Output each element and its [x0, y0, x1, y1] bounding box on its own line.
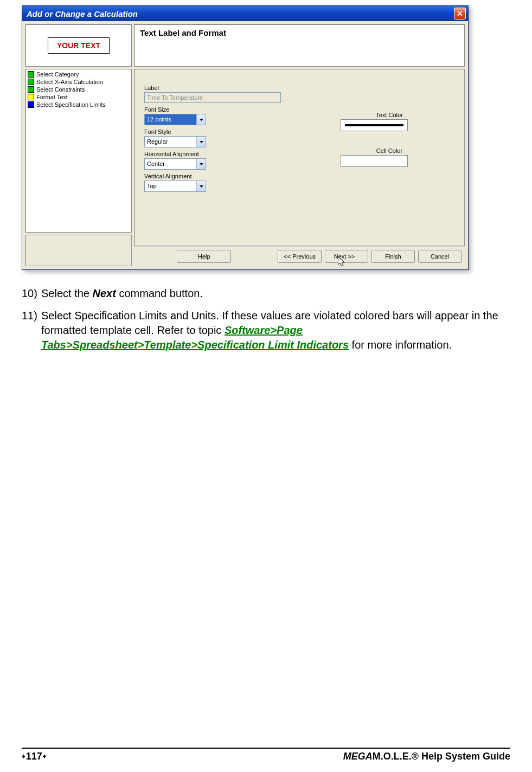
guide-title: M.O.L.E.® Help System Guide	[373, 751, 510, 762]
step-status-icon	[28, 86, 34, 93]
combo-value: Regular	[145, 137, 196, 147]
label-caption: Label	[144, 85, 454, 91]
combo-value: 12 points	[145, 114, 196, 125]
step-label: Format Text	[36, 94, 68, 100]
combo-value: Top	[145, 181, 196, 191]
valign-combo[interactable]: Top	[144, 181, 206, 192]
wizard-button-row: Help << Previous Next >> Finish Cancel	[134, 246, 465, 266]
instruction-list: 10) Select the Next command button. 11) …	[22, 286, 510, 352]
chevron-down-icon	[196, 181, 206, 191]
step-status-icon	[28, 94, 34, 100]
textcolor-caption: Text Color	[341, 112, 438, 118]
svg-marker-0	[200, 119, 203, 121]
step-label: Select Category	[36, 71, 79, 78]
step-number: 11)	[22, 308, 41, 352]
preview-cell: YOUR TEXT	[48, 37, 110, 54]
step-label: Select Specification Limits	[36, 101, 106, 108]
keyword: Next	[93, 287, 116, 299]
dialog-title: Add or Change a Calculation	[27, 9, 138, 18]
close-icon: ✕	[457, 9, 463, 18]
cancel-button[interactable]: Cancel	[418, 250, 462, 263]
page-number: 117	[26, 751, 42, 762]
page-footer: ♦ 117 ♦ MEGAM.O.L.E.® Help System Guide	[22, 748, 510, 762]
step-label: Select X-Axis Calculation	[36, 79, 103, 85]
combo-value: Center	[145, 159, 196, 169]
label-input[interactable]: Time To Temperature	[144, 92, 281, 103]
chevron-down-icon	[196, 114, 206, 125]
step-label: Select Constraints	[36, 86, 85, 93]
panel-heading: Text Label and Format	[134, 24, 465, 67]
guide-title-prefix: MEGA	[343, 751, 373, 762]
wizard-step[interactable]: Select X-Axis Calculation	[28, 78, 130, 86]
titlebar: Add or Change a Calculation ✕	[22, 6, 468, 21]
halign-combo[interactable]: Center	[144, 158, 206, 170]
wizard-step[interactable]: Select Constraints	[28, 86, 130, 93]
next-button[interactable]: Next >>	[325, 250, 368, 263]
color-sample-icon	[345, 124, 403, 126]
close-button[interactable]: ✕	[454, 8, 466, 20]
finish-button[interactable]: Finish	[371, 250, 415, 263]
format-form: Label Time To Temperature Font Size 12 p…	[134, 69, 465, 246]
diamond-icon: ♦	[43, 752, 47, 760]
chevron-down-icon	[196, 137, 206, 147]
hint-pane	[25, 235, 132, 266]
valign-caption: Vertical Alignment	[144, 173, 454, 179]
diamond-icon: ♦	[22, 752, 25, 760]
step-status-icon	[28, 71, 34, 78]
step-number: 10)	[22, 286, 41, 301]
wizard-step[interactable]: Select Specification Limits	[28, 101, 130, 108]
chevron-down-icon	[196, 159, 206, 169]
svg-marker-3	[200, 185, 203, 188]
cellcolor-caption: Cell Color	[341, 147, 438, 154]
dialog-window: Add or Change a Calculation ✕ YOUR TEXT …	[22, 5, 469, 270]
cellcolor-picker[interactable]	[341, 155, 408, 167]
preview-pane: YOUR TEXT	[25, 24, 132, 67]
step-status-icon	[28, 101, 34, 108]
fontsize-combo[interactable]: 12 points	[144, 114, 206, 125]
textcolor-picker[interactable]	[341, 119, 408, 131]
step-status-icon	[28, 79, 34, 85]
previous-button[interactable]: << Previous	[278, 250, 322, 263]
help-button[interactable]: Help	[177, 250, 231, 263]
svg-marker-1	[200, 141, 203, 143]
instruction-step: 10) Select the Next command button.	[22, 286, 510, 301]
text: Select the	[41, 287, 93, 299]
wizard-step[interactable]: Format Text	[28, 93, 130, 101]
svg-marker-2	[200, 163, 203, 165]
wizard-step[interactable]: Select Category	[28, 70, 130, 78]
text: command button.	[116, 287, 203, 299]
text: for more information.	[349, 339, 452, 351]
instruction-step: 11) Select Specification Limits and Unit…	[22, 308, 510, 352]
fontstyle-combo[interactable]: Regular	[144, 136, 206, 147]
wizard-steps-list: Select Category Select X-Axis Calculatio…	[25, 69, 132, 233]
